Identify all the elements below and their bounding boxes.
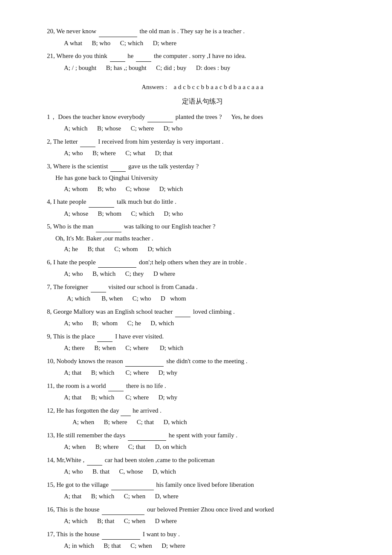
q2-blank — [80, 136, 95, 147]
top-questions: 20, We never know the old man is . They … — [47, 26, 358, 73]
worksheet-container: 20, We never know the old man is . They … — [47, 26, 358, 552]
q20-blank — [99, 26, 137, 37]
q3-blank — [110, 161, 126, 172]
q3-num: 3, — [47, 163, 52, 170]
question-5: 5, Who is the man was talking to our Eng… — [47, 221, 358, 255]
q17-line: 17, This is the house I want to buy . — [47, 529, 358, 540]
question-11: 11, the room is a world there is no life… — [47, 380, 358, 403]
question-13: 13, He still remember the days he spent … — [47, 430, 358, 453]
q21-text2: he — [127, 52, 135, 59]
q6-answer: A; who B, which C; they D where — [64, 269, 358, 280]
q8-answer: A; who B; whom C; he D, which — [64, 318, 358, 329]
answers-text: a d c b c c b b a a c b d b a a c a a a — [174, 84, 263, 90]
question-10: 10, Nobody knows the reason she didn't c… — [47, 356, 358, 379]
q2-text: The letter — [53, 138, 80, 145]
q2-text2: I received from him yesterday is very im… — [98, 138, 224, 145]
q15-text2: his family once lived before liberation — [156, 481, 254, 488]
q17-answer: A; in which B; that C; when D; where — [64, 541, 358, 552]
q8-text2: loved climbing . — [193, 308, 235, 315]
q9-answer: A; there B; when C; where D; which — [64, 343, 358, 354]
q6-line: 6, I hate the people don';t help others … — [47, 257, 358, 268]
q17-blank — [102, 529, 140, 540]
q14-num: 14, — [47, 457, 55, 463]
q8-blank — [175, 306, 190, 318]
q20-options: A what B; who C; which D; where — [64, 38, 358, 49]
q6-num: 6, — [47, 259, 52, 266]
q12-num: 12, — [47, 407, 55, 414]
q9-text2: I have ever visited. — [115, 333, 164, 340]
q1-text: Does the teacher know everybody — [58, 113, 147, 120]
q8-num: 8, — [47, 308, 52, 315]
q16-blank — [102, 504, 144, 515]
question-2: 2, The letter I received from him yester… — [47, 136, 358, 159]
q21-text: Where do you think — [56, 52, 109, 59]
q5-text: Who is the man — [53, 223, 95, 230]
q10-num: 10, — [47, 358, 55, 364]
q3-line: 3, Where is the scientist gave us the ta… — [47, 161, 358, 172]
q13-text: He still remember the days — [57, 432, 127, 439]
q10-answer: A; that B; which C; where D; why — [64, 367, 358, 379]
q4-line: 4, I hate people talk much but do little… — [47, 196, 358, 208]
q14-text2: car had been stolen ,came to the policem… — [105, 457, 215, 463]
q20-num: 20, — [47, 28, 55, 35]
q11-line: 11, the room is a world there is no life… — [47, 380, 358, 392]
q17-text2: I want to buy . — [143, 531, 180, 538]
q9-line: 9, This is the place I have ever visited… — [47, 331, 358, 342]
question-20: 20, We never know the old man is . They … — [47, 26, 358, 37]
q15-text: He got to the village — [57, 481, 110, 488]
q12-text2: he arrived . — [133, 407, 161, 414]
q9-text: This is the place — [53, 333, 97, 340]
q4-answer: A; whose B; whom C; which D; who — [64, 208, 358, 220]
answers-label: Answers : — [141, 84, 167, 90]
q11-num: 11, — [47, 382, 55, 389]
q5-answer: A; he B; that C; whom D; which — [64, 244, 358, 255]
question-3: 3, Where is the scientist gave us the ta… — [47, 161, 358, 195]
q3-answer: A; whom B; who C; whose D; which — [64, 184, 358, 195]
q16-text2: our beloved Premier Zhou once lived and … — [147, 506, 274, 513]
q21-blank1 — [110, 50, 125, 62]
q15-line: 15, He got to the village his family onc… — [47, 479, 358, 491]
q13-num: 13, — [47, 432, 55, 439]
q16-answer: A; which B; that C; when D where — [64, 516, 358, 527]
q1-answer: A; which B; whose C; where D; who — [64, 123, 358, 134]
q1-num: 1， — [47, 113, 57, 120]
q1-blank — [147, 111, 173, 123]
q13-answer: A; when B; where C; that D, on which — [64, 442, 358, 453]
q16-num: 16, — [47, 506, 55, 513]
q11-text2: there is no life . — [126, 382, 166, 389]
q21-num: 21, — [47, 52, 55, 59]
q3-text: Where is the scientist — [53, 163, 110, 170]
q4-num: 4, — [47, 198, 52, 205]
q2-answer: A; who B; where C; what D; that — [64, 148, 358, 159]
q20-text: We never know — [56, 28, 98, 35]
q14-blank — [87, 454, 102, 466]
question-8: 8, George Mallory was an English school … — [47, 306, 358, 329]
question-1: 1， Does the teacher know everybody plant… — [47, 111, 358, 134]
q15-answer: A; that B; which C; when D, where — [64, 491, 358, 502]
q15-num: 15, — [47, 481, 55, 488]
question-16: 16, This is the house our beloved Premie… — [47, 504, 358, 527]
q7-answer: A; which B, when C; who D whom — [64, 293, 358, 304]
q9-blank — [97, 331, 112, 342]
q14-answer: A; who B. that C, whose D, which — [64, 466, 358, 477]
q8-text: George Mallory was an English school tea… — [53, 308, 174, 315]
question-21: 21, Where do you think he the computer .… — [47, 50, 358, 62]
q17-num: 17, — [47, 531, 55, 538]
q5-extra: Oh, It's Mr. Baker ,our maths teacher . — [47, 233, 358, 244]
question-4: 4, I hate people talk much but do little… — [47, 196, 358, 219]
q16-line: 16, This is the house our beloved Premie… — [47, 504, 358, 515]
q4-text2: talk much but do little . — [117, 198, 176, 205]
question-7: 7, The foreigner visited our school is f… — [47, 281, 358, 304]
answers-line: Answers : a d c b c c b b a a c b d b a … — [47, 82, 358, 93]
q17-text: This is the house — [56, 531, 101, 538]
q21-text3: the computer . sorry ,I have no idea. — [154, 52, 246, 59]
question-12: 12, He has forgotten the day he arrived … — [47, 405, 358, 428]
q7-text2: visited our school is from Canada . — [108, 283, 198, 290]
q5-line: 5, Who is the man was talking to our Eng… — [47, 221, 358, 232]
q21-blank2 — [136, 50, 151, 62]
question-15: 15, He got to the village his family onc… — [47, 479, 358, 502]
q1-line: 1， Does the teacher know everybody plant… — [47, 111, 358, 123]
q1-text2: planted the trees ? Yes, he does — [176, 113, 263, 120]
title-cn: 定语从句练习 — [47, 95, 358, 107]
q12-line: 12, He has forgotten the day he arrived … — [47, 405, 358, 416]
